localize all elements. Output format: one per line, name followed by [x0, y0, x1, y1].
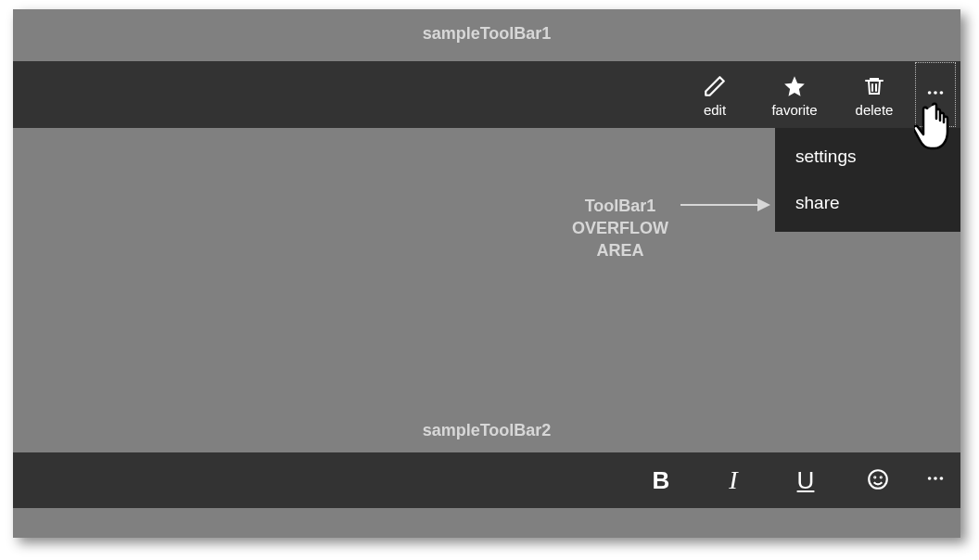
overflow-item-share[interactable]: share	[775, 180, 960, 226]
emoji-icon	[866, 467, 890, 494]
bold-button[interactable]: B	[625, 452, 697, 508]
pencil-icon	[703, 72, 727, 100]
ellipsis-icon	[925, 83, 946, 107]
toolbar2-overflow-button[interactable]	[914, 452, 957, 508]
toolbar1-overflow-menu: settings share	[775, 128, 960, 232]
svg-point-0	[928, 91, 932, 95]
overflow-area-label: ToolBar1 OVERFLOW AREA	[537, 195, 704, 261]
demo-panel: sampleToolBar1 edit favorite delete	[13, 9, 960, 538]
italic-button[interactable]: I	[697, 452, 769, 508]
svg-point-1	[934, 91, 937, 95]
ellipsis-icon	[925, 468, 946, 492]
toolbar1-title: sampleToolBar1	[13, 24, 960, 44]
underline-icon: U	[797, 466, 815, 495]
bold-icon: B	[653, 466, 670, 495]
trash-icon	[863, 72, 885, 100]
svg-point-3	[869, 470, 887, 489]
favorite-button[interactable]: favorite	[755, 61, 834, 128]
italic-icon: I	[729, 465, 737, 495]
svg-point-7	[934, 477, 937, 480]
toolbar1-overflow-button[interactable]	[914, 61, 957, 128]
svg-point-6	[928, 477, 932, 480]
overflow-item-settings[interactable]: settings	[775, 134, 960, 180]
toolbar-1: edit favorite delete	[13, 61, 960, 128]
arrow-icon	[680, 204, 769, 206]
toolbar-2: B I U	[13, 452, 960, 508]
emoji-button[interactable]	[842, 452, 914, 508]
svg-point-4	[874, 477, 875, 477]
edit-label: edit	[704, 102, 726, 118]
svg-point-8	[940, 477, 944, 480]
delete-button[interactable]: delete	[834, 61, 914, 128]
star-icon	[782, 72, 807, 100]
svg-point-5	[881, 477, 882, 477]
favorite-label: favorite	[771, 102, 817, 118]
delete-label: delete	[856, 102, 894, 118]
svg-point-2	[940, 91, 944, 95]
edit-button[interactable]: edit	[675, 61, 755, 128]
underline-button[interactable]: U	[769, 452, 842, 508]
toolbar2-title: sampleToolBar2	[13, 421, 960, 440]
